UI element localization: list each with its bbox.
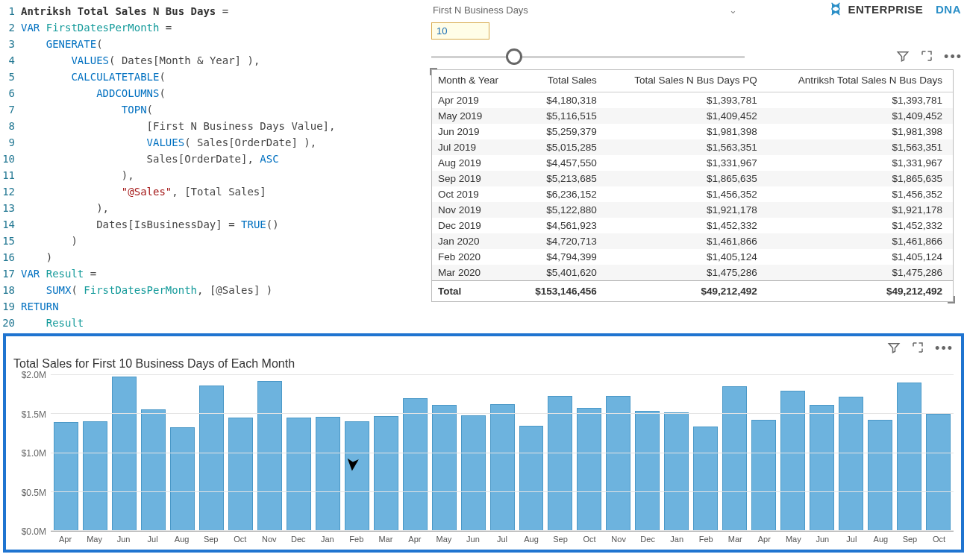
focus-mode-icon[interactable] bbox=[911, 341, 924, 354]
table-row[interactable]: Jun 2019$5,259,379$1,981,398$1,981,398 bbox=[432, 124, 953, 139]
chart-bar[interactable] bbox=[780, 391, 805, 531]
table-row[interactable]: Aug 2019$4,457,550$1,331,967$1,331,967 bbox=[432, 155, 953, 171]
chart-bar[interactable] bbox=[199, 386, 224, 531]
chart-bar[interactable] bbox=[141, 409, 166, 531]
table-header[interactable]: Antriksh Total Sales N Bus Days bbox=[768, 70, 953, 92]
code-line: 19RETURN bbox=[0, 298, 431, 315]
x-tick-label: Oct bbox=[575, 535, 604, 544]
chart-bar[interactable] bbox=[432, 405, 457, 531]
chart-bar[interactable] bbox=[897, 383, 921, 531]
slider-thumb[interactable] bbox=[506, 48, 522, 65]
x-tick-label: Jun bbox=[458, 535, 487, 544]
filter-icon[interactable] bbox=[896, 49, 910, 63]
table-row[interactable]: Feb 2020$4,794,399$1,405,124$1,405,124 bbox=[432, 249, 953, 265]
table-header[interactable]: Month & Year bbox=[432, 70, 517, 92]
focus-mode-icon[interactable] bbox=[920, 49, 933, 63]
chart-bar[interactable] bbox=[403, 398, 428, 531]
table-row[interactable]: Nov 2019$5,122,880$1,921,178$1,921,178 bbox=[432, 202, 953, 218]
chart-bar[interactable] bbox=[664, 412, 689, 531]
chevron-down-icon[interactable]: ⌄ bbox=[729, 4, 737, 16]
code-line: 16 ) bbox=[0, 249, 431, 265]
more-options-icon[interactable]: ••• bbox=[944, 49, 963, 65]
x-tick-label: Mar bbox=[721, 535, 750, 544]
table-header[interactable]: Total Sales bbox=[517, 70, 607, 92]
chart-bar[interactable] bbox=[316, 417, 340, 531]
chart-bar[interactable] bbox=[287, 418, 311, 531]
table-header[interactable]: Total Sales N Bus Days PQ bbox=[607, 70, 768, 92]
chart-bar[interactable] bbox=[170, 427, 195, 531]
table-row[interactable]: Dec 2019$4,561,923$1,452,332$1,452,332 bbox=[432, 218, 953, 233]
code-line: 20 Result bbox=[0, 315, 431, 331]
chart-bar[interactable] bbox=[635, 411, 660, 531]
chart-bar[interactable] bbox=[868, 420, 892, 531]
x-tick-label: Oct bbox=[225, 535, 254, 544]
slicer-slider[interactable] bbox=[431, 48, 745, 65]
chart-bar[interactable] bbox=[83, 421, 107, 531]
table-row[interactable]: Mar 2020$5,401,620$1,475,286$1,475,286 bbox=[432, 265, 953, 281]
x-tick-label: Apr bbox=[51, 535, 80, 544]
table-row[interactable]: Jul 2019$5,015,285$1,563,351$1,563,351 bbox=[432, 139, 953, 155]
chart-bar[interactable] bbox=[548, 396, 572, 531]
chart-x-axis: AprMayJunJulAugSepOctNovDecJanFebMarAprM… bbox=[51, 532, 954, 544]
sales-table-visual[interactable]: Month & YearTotal SalesTotal Sales N Bus… bbox=[431, 69, 954, 302]
code-line: 12 "@Sales", [Total Sales] bbox=[0, 183, 431, 200]
code-line: 10 Sales[OrderDate], ASC bbox=[0, 151, 431, 167]
table-row[interactable]: Apr 2019$4,180,318$1,393,781$1,393,781 bbox=[432, 92, 953, 109]
code-line: 4 VALUES( Dates[Month & Year] ), bbox=[0, 52, 431, 69]
filter-icon[interactable] bbox=[887, 341, 901, 354]
chart-bar[interactable] bbox=[606, 396, 630, 531]
x-tick-label: May bbox=[80, 535, 109, 544]
table-row[interactable]: Oct 2019$6,236,152$1,456,352$1,456,352 bbox=[432, 186, 953, 202]
chart-bar[interactable] bbox=[374, 416, 398, 531]
chart-y-axis: $2.0M$1.5M$1.0M$0.5M$0.0M bbox=[13, 375, 51, 532]
chart-bar[interactable] bbox=[751, 420, 776, 531]
x-tick-label: Jul bbox=[138, 535, 167, 544]
chart-bar[interactable] bbox=[257, 381, 282, 531]
table-row[interactable]: Jan 2020$4,720,713$1,461,866$1,461,866 bbox=[432, 233, 953, 249]
code-line: 11 ), bbox=[0, 167, 431, 183]
x-tick-label: Jan bbox=[663, 535, 692, 544]
x-tick-label: Jul bbox=[487, 535, 516, 544]
slicer-label: First N Business Days bbox=[431, 4, 528, 16]
chart-bar[interactable] bbox=[810, 405, 834, 531]
bar-chart-visual[interactable]: ••• Total Sales for First 10 Business Da… bbox=[3, 333, 964, 553]
x-tick-label: Feb bbox=[692, 535, 721, 544]
code-line: 1Antriksh Total Sales N Bus Days = bbox=[0, 3, 431, 19]
code-line: 13 ), bbox=[0, 200, 431, 216]
chart-bar[interactable] bbox=[112, 377, 137, 531]
x-tick-label: Sep bbox=[895, 535, 924, 544]
code-line: 2VAR FirstDatesPerMonth = bbox=[0, 19, 431, 36]
x-tick-label: May bbox=[429, 535, 458, 544]
x-tick-label: Nov bbox=[254, 535, 284, 544]
x-tick-label: Aug bbox=[517, 535, 546, 544]
chart-bar[interactable] bbox=[693, 427, 718, 531]
code-line: 15 ) bbox=[0, 233, 431, 249]
chart-bar[interactable] bbox=[490, 404, 515, 531]
chart-bar[interactable] bbox=[228, 418, 253, 531]
code-line: 7 TOPN( bbox=[0, 101, 431, 118]
chart-bar[interactable] bbox=[577, 408, 601, 531]
x-tick-label: Sep bbox=[196, 535, 225, 544]
chart-title: Total Sales for First 10 Business Days o… bbox=[13, 357, 954, 371]
x-tick-label: Jun bbox=[109, 535, 138, 544]
table-total-row: Total$153,146,456$49,212,492$49,212,492 bbox=[432, 281, 953, 302]
chart-bar[interactable] bbox=[54, 422, 78, 531]
code-line: 5 CALCULATETABLE( bbox=[0, 69, 431, 85]
chart-bar[interactable] bbox=[926, 414, 951, 531]
dax-editor[interactable]: 1Antriksh Total Sales N Bus Days = 2VAR … bbox=[0, 0, 431, 332]
x-tick-label: Mar bbox=[371, 535, 400, 544]
dna-icon bbox=[828, 1, 843, 16]
chart-bar[interactable] bbox=[461, 415, 486, 531]
more-options-icon[interactable]: ••• bbox=[935, 341, 954, 356]
slicer-value-input[interactable] bbox=[431, 22, 489, 40]
chart-bar[interactable] bbox=[345, 421, 369, 531]
chart-bar[interactable] bbox=[839, 397, 863, 531]
x-tick-label: Oct bbox=[924, 535, 954, 544]
code-line: 6 ADDCOLUMNS( bbox=[0, 85, 431, 101]
chart-bar[interactable] bbox=[722, 386, 747, 531]
x-tick-label: Dec bbox=[633, 535, 663, 544]
code-line: 3 GENERATE( bbox=[0, 36, 431, 52]
chart-bar[interactable] bbox=[519, 426, 544, 531]
table-row[interactable]: May 2019$5,116,515$1,409,452$1,409,452 bbox=[432, 108, 953, 124]
table-row[interactable]: Sep 2019$5,213,685$1,865,635$1,865,635 bbox=[432, 171, 953, 186]
